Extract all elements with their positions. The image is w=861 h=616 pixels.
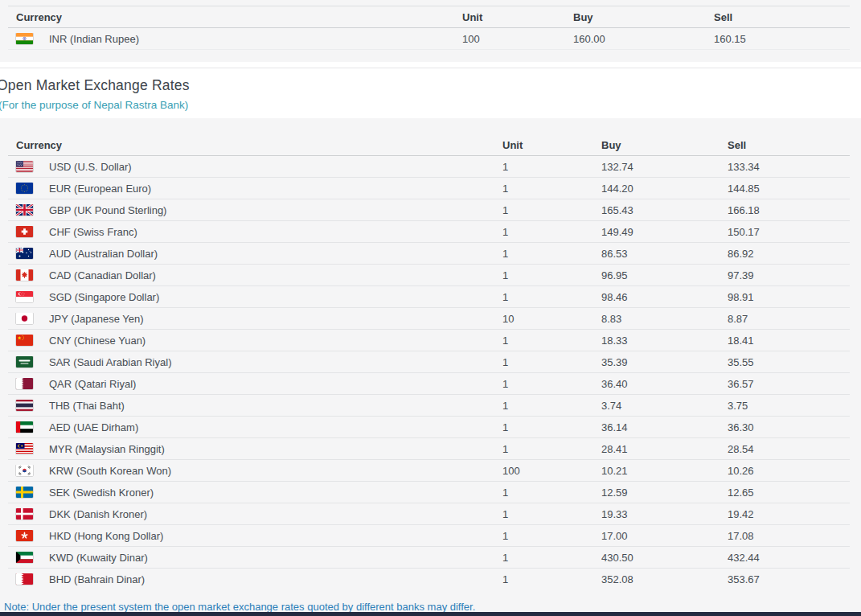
uae-flag-icon <box>16 421 33 433</box>
buy-value: 28.41 <box>601 443 728 455</box>
unit-value: 1 <box>502 291 601 303</box>
rate-row-sgd: SGD (Singapore Dollar)198.4698.91 <box>8 286 850 308</box>
rate-row-krw: KRW (South Korean Won)10010.2110.26 <box>8 460 850 482</box>
note-text: Note: Under the present system the open … <box>4 601 475 613</box>
column-header-buy: Buy <box>573 11 714 23</box>
sell-value: 28.54 <box>728 443 850 455</box>
sell-value: 8.87 <box>728 313 850 325</box>
uk-flag-icon <box>16 204 33 216</box>
unit-value: 1 <box>502 443 601 455</box>
unit-value: 1 <box>502 269 601 281</box>
sell-value: 98.91 <box>728 291 850 303</box>
hong-kong-flag-icon <box>16 530 33 541</box>
unit-value: 1 <box>502 204 601 216</box>
currency-cell: SEK (Swedish Kroner) <box>8 487 502 499</box>
unit-value: 1 <box>502 487 601 499</box>
buy-value: 3.74 <box>601 400 728 412</box>
rate-row-cny: CNY (Chinese Yuan)118.3318.41 <box>8 330 850 351</box>
rate-row-usd: USD (U.S. Dollar)1132.74133.34 <box>8 156 850 178</box>
sell-value: 36.57 <box>728 378 850 390</box>
footer-bar <box>0 612 861 616</box>
column-header-sell: Sell <box>714 11 850 23</box>
sell-value: 36.30 <box>728 421 850 433</box>
rate-row-aud: AUD (Australian Dollar)186.5386.92 <box>8 243 850 265</box>
sell-value: 432.44 <box>728 552 850 564</box>
title-band: Open Market Exchange Rates (For the purp… <box>0 62 861 118</box>
rate-row-bhd: BHD (Bahrain Dinar)1352.08353.67 <box>8 569 850 589</box>
unit-value: 1 <box>502 573 601 585</box>
unit-value: 1 <box>502 161 601 173</box>
sell-value: 12.65 <box>728 487 850 499</box>
buy-value: 149.49 <box>601 226 728 238</box>
currency-label: CHF (Swiss Franc) <box>49 226 137 238</box>
rate-row-kwd: KWD (Kuwaity Dinar)1430.50432.44 <box>8 547 850 569</box>
sell-value: 166.18 <box>728 204 850 216</box>
canada-flag-icon <box>16 269 33 281</box>
currency-label: SEK (Swedish Kroner) <box>49 487 154 499</box>
rate-row-thb: THB (Thai Baht)13.743.75 <box>8 395 850 417</box>
open-market-rates-table: CurrencyUnitBuySellUSD (U.S. Dollar)1132… <box>8 134 850 589</box>
sell-value: 86.92 <box>728 248 850 260</box>
buy-value: 36.14 <box>601 421 728 433</box>
unit-value: 1 <box>502 421 601 433</box>
buy-value: 430.50 <box>601 552 728 564</box>
rate-row-gbp: GBP (UK Pound Sterling)1165.43166.18 <box>8 199 850 221</box>
divider <box>0 68 861 68</box>
unit-value: 1 <box>502 378 601 390</box>
currency-label: SGD (Singapore Dollar) <box>49 291 159 303</box>
currency-cell: SAR (Saudi Arabian Riyal) <box>8 356 502 368</box>
column-header-sell: Sell <box>728 139 850 151</box>
sell-value: 18.41 <box>728 335 850 347</box>
currency-cell: JPY (Japanese Yen) <box>8 313 502 325</box>
buy-value: 352.08 <box>601 573 728 585</box>
sweden-flag-icon <box>16 487 33 498</box>
australia-flag-icon <box>16 248 33 259</box>
currency-cell: SGD (Singapore Dollar) <box>8 291 502 303</box>
buy-value: 18.33 <box>601 335 728 347</box>
rate-row-inr: INR (Indian Rupee)100160.00160.15 <box>8 28 850 50</box>
switzerland-flag-icon <box>16 226 33 237</box>
unit-value: 1 <box>502 552 601 564</box>
rate-row-aed: AED (UAE Dirham)136.1436.30 <box>8 417 850 438</box>
buy-value: 8.83 <box>601 313 728 325</box>
buy-value: 17.00 <box>601 530 728 542</box>
currency-cell: AED (UAE Dirham) <box>8 421 502 433</box>
south-korea-flag-icon <box>16 465 33 476</box>
sell-value: 133.34 <box>728 161 850 173</box>
currency-label: CAD (Canadian Dollar) <box>49 269 156 281</box>
currency-cell: GBP (UK Pound Sterling) <box>8 204 502 216</box>
currency-label: AUD (Australian Dollar) <box>49 248 158 260</box>
buy-value: 165.43 <box>601 204 728 216</box>
currency-label: USD (U.S. Dollar) <box>49 161 132 173</box>
currency-cell: CAD (Canadian Dollar) <box>8 269 502 281</box>
page-title: Open Market Exchange Rates <box>0 77 190 94</box>
currency-cell: EUR (European Euro) <box>8 183 502 195</box>
currency-label: QAR (Qatari Riyal) <box>49 378 136 390</box>
sell-value: 35.55 <box>728 356 850 368</box>
currency-label: INR (Indian Rupee) <box>49 33 139 45</box>
unit-value: 1 <box>502 226 601 238</box>
denmark-flag-icon <box>16 508 33 519</box>
buy-value: 98.46 <box>601 291 728 303</box>
currency-cell: BHD (Bahrain Dinar) <box>8 573 502 585</box>
india-flag-icon <box>16 33 33 44</box>
unit-value: 10 <box>502 313 601 325</box>
kuwait-flag-icon <box>16 552 33 563</box>
unit-value: 1 <box>502 400 601 412</box>
currency-cell: CNY (Chinese Yuan) <box>8 335 502 347</box>
unit-value: 1 <box>502 356 601 368</box>
rate-row-chf: CHF (Swiss Franc)1149.49150.17 <box>8 221 850 243</box>
column-header-unit: Unit <box>502 139 601 151</box>
currency-label: SAR (Saudi Arabian Riyal) <box>49 356 171 368</box>
column-header-currency: Currency <box>8 139 502 151</box>
rate-row-myr: MYR (Malaysian Ringgit)128.4128.54 <box>8 438 850 460</box>
buy-value: 86.53 <box>601 248 728 260</box>
currency-cell: DKK (Danish Kroner) <box>8 508 502 520</box>
unit-value: 1 <box>502 335 601 347</box>
currency-label: EUR (European Euro) <box>49 183 151 195</box>
buy-value: 96.95 <box>601 269 728 281</box>
currency-label: JPY (Japanese Yen) <box>49 313 144 325</box>
sell-value: 10.26 <box>728 465 850 477</box>
unit-value: 1 <box>502 248 601 260</box>
currency-label: HKD (Hong Kong Dollar) <box>49 530 163 542</box>
